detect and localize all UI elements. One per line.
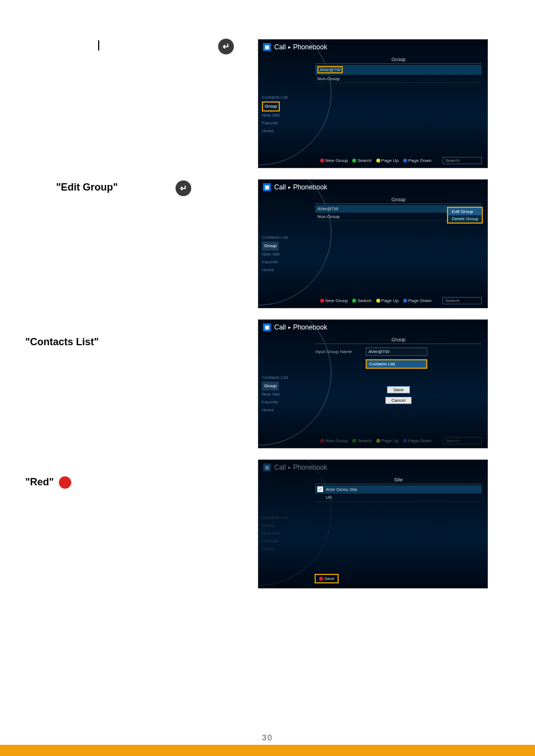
side-nav: Contacts List Group New Site Favorite Ho… (262, 234, 288, 274)
panel-title: Group (315, 57, 482, 64)
group-row[interactable]: Non-Group (315, 75, 482, 83)
context-menu: Edit Group Delete Group (447, 207, 483, 224)
side-nav: Contacts List Group New Site Favorite Ho… (262, 94, 288, 135)
footer-bar (0, 745, 535, 756)
step2-text: "Edit Group" ↵ (22, 179, 258, 182)
menu-item-delete-group[interactable]: Delete Group (448, 215, 482, 222)
sidebar-item-group[interactable]: Group (262, 242, 279, 251)
sidebar-item-group[interactable]: Group (262, 382, 279, 391)
step4-text: "Red" (22, 460, 258, 489)
sidebar-item-group[interactable]: Group (262, 101, 280, 112)
side-nav: Contacts List Group New Site Favorite Ho… (262, 514, 288, 553)
cancel-button[interactable]: Cancel (385, 397, 412, 404)
step1-text: ↵ (22, 39, 258, 41)
search-input[interactable]: Search (442, 297, 482, 304)
checkbox-icon[interactable]: ✓ (317, 486, 323, 492)
red-button-icon (59, 476, 71, 489)
panel-title: Group (315, 337, 482, 344)
contacts-list-button[interactable]: Contacts List (366, 359, 427, 369)
screenshot-2: ▣ Call ▸ Phonebook Contacts List Group N… (258, 179, 488, 308)
site-row[interactable]: ✓ AVer Demo Site (315, 485, 482, 494)
side-nav: Contacts List Group New Site Favorite Ho… (262, 374, 288, 414)
footer-legend: New Group Search Page Up Page Down Searc… (320, 157, 482, 164)
group-row[interactable]: AVer@TW (315, 65, 482, 75)
enter-icon: ↵ (176, 180, 191, 196)
save-button[interactable]: Save (315, 574, 339, 583)
footer-save: Save (315, 574, 339, 583)
group-name-label: Input Group Name (315, 349, 366, 354)
screenshot-4: ▣ Call ▸ Phonebook Contacts List Group N… (258, 460, 488, 588)
menu-item-edit-group[interactable]: Edit Group (448, 208, 482, 215)
footer-legend: New Group Search Page Up Page Down Searc… (320, 437, 482, 444)
search-input[interactable]: Search (442, 157, 482, 164)
enter-icon: ↵ (218, 39, 234, 54)
group-name-input[interactable]: AVer@TW (366, 347, 427, 356)
panel-title: Group (315, 197, 482, 204)
page-number: 30 (0, 733, 535, 742)
step3-text: "Contacts List" (22, 319, 258, 348)
footer-legend: New Group Search Page Up Page Down Searc… (320, 297, 482, 304)
search-input: Search (442, 437, 482, 444)
screenshot-3: ▣ Call ▸ Phonebook Contacts List Group N… (258, 319, 488, 448)
save-button[interactable]: Save (387, 386, 409, 393)
panel-title: Site (315, 477, 482, 484)
site-row[interactable]: US (315, 494, 482, 502)
screenshot-1: ▣ Call ▸ Phonebook Contacts List Group N… (258, 39, 488, 168)
